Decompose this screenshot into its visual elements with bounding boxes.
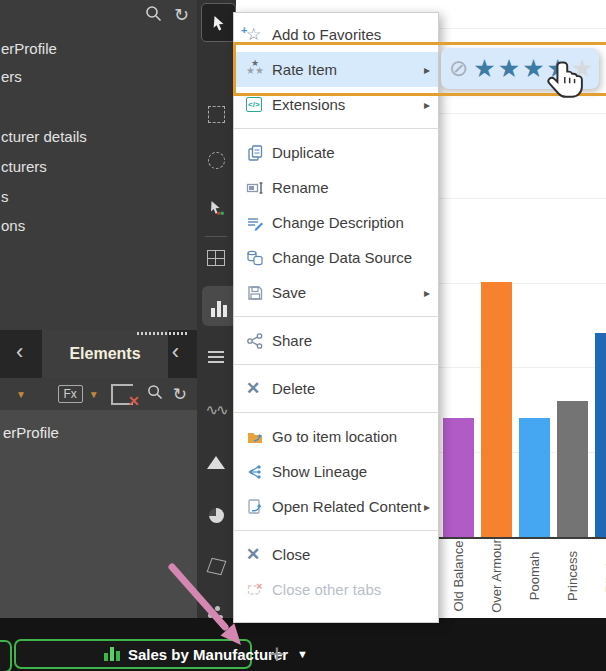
close-icon: ✕ [246,544,272,565]
menu-item-save[interactable]: Save ▸ [234,275,438,310]
drag-handle-icon[interactable] [137,332,189,335]
clear-x-icon: ✕ [128,393,140,409]
menu-item-rate-item[interactable]: ★★★ Rate Item ▸ [234,52,438,87]
menu-item-add-to-favorites[interactable]: ☆+ Add to Favorites [234,17,438,52]
elements-search-icon[interactable] [147,384,163,404]
table-visual-tool[interactable] [206,248,226,268]
sparkline-visual-tool[interactable]: ∿∿ [206,400,226,420]
menu-item-open-related-content[interactable]: Open Related Content ▸ [234,489,438,524]
menu-separator [234,364,438,365]
menu-item-close[interactable]: ✕ Close [234,537,438,572]
menu-item-change-description[interactable]: Change Description [234,205,438,240]
submenu-arrow-icon: ▸ [424,500,430,514]
tab-partial-left[interactable] [0,640,12,671]
bar-chart-visual-tool[interactable] [202,286,236,326]
menu-separator [234,316,438,317]
chart-x-label: Over Armour [489,538,504,614]
close-other-tabs-icon [246,581,272,599]
menu-item-change-data-source[interactable]: Change Data Source [234,240,438,275]
explorer-panel: ↻ erProfileerscturer detailscturerssons … [0,0,198,618]
explorer-item[interactable]: ons [0,217,25,234]
explorer-item[interactable]: s [0,188,9,205]
menu-separator [234,412,438,413]
lineage-icon [246,463,272,481]
rename-icon [246,179,272,197]
extensions-icon: </> [246,97,272,112]
delete-icon: ✕ [246,378,272,399]
explorer-item[interactable]: cturer details [0,128,87,145]
chart-x-label: Old Balance [451,538,466,614]
save-icon [246,284,272,302]
model-visual-tool[interactable] [206,556,226,576]
context-menu: ☆+ Add to Favorites ★★★ Rate Item ▸ </> … [233,12,439,623]
chart-x-label: Princess [565,538,580,614]
rating-star-5[interactable]: ★ [571,56,593,81]
pointer-icon [211,14,227,32]
rating-star-4[interactable]: ★ [547,56,569,81]
tab-sales-by-manufacturer[interactable]: Sales by Manufacturer ▼ [14,639,252,669]
rating-star-2[interactable]: ★ [498,56,520,81]
explorer-item[interactable]: erProfile [0,40,57,57]
explorer-list: erProfileerscturer detailscturerssons [0,0,197,330]
chart-x-label: Poomah [527,538,542,614]
elements-panel: ‹ Elements ‹ ▼ Fx ▼ ✕ ↻ erPr [0,330,197,618]
lasso-select-tool[interactable] [206,150,226,170]
tab-chart-icon [104,647,120,661]
menu-item-close-other-tabs: Close other tabs [234,572,438,607]
fx-caret-icon[interactable]: ▼ [89,389,99,400]
menu-item-delete[interactable]: ✕ Delete [234,371,438,406]
rect-select-tool[interactable] [206,104,226,124]
tab-bar: Sales by Manufacturer ▼ + [0,618,606,671]
add-favorites-icon: ☆+ [246,27,272,43]
chart-bar[interactable] [557,401,588,537]
collapse-left-icon[interactable]: ‹ [16,342,23,362]
app-window: Old BalanceOver ArmourPoomahPrincessRibu… [0,0,606,671]
change-description-icon [246,214,272,232]
duplicate-icon [246,144,272,162]
toolbox-strip: ∿∿ [197,0,236,618]
elements-list: erProfile [0,410,197,618]
chart-bar[interactable] [595,333,606,537]
tab-elements[interactable]: Elements [42,330,168,378]
submenu-arrow-icon: ▸ [424,286,430,300]
elements-header: ‹ Elements ‹ [0,330,197,378]
elements-refresh-icon[interactable]: ↻ [173,384,187,405]
rating-star-1[interactable]: ★ [473,56,495,81]
new-tab-button[interactable]: + [262,642,292,668]
chart-bar[interactable] [481,282,512,537]
menu-item-rename[interactable]: Rename [234,170,438,205]
no-rating-icon[interactable]: ⊘ [449,55,468,82]
filter-caret-icon[interactable]: ▼ [16,389,26,400]
tab-menu-caret-icon[interactable]: ▼ [297,648,308,660]
formula-fx-button[interactable]: Fx [58,385,83,403]
rows-visual-tool[interactable] [206,348,226,368]
folder-location-icon [246,428,272,446]
chart-x-label: Ribuk [603,538,606,614]
menu-item-go-to-item-location[interactable]: Go to item location [234,419,438,454]
explorer-item[interactable]: cturers [0,158,47,175]
pie-visual-tool[interactable] [206,505,226,525]
menu-item-extensions[interactable]: </> Extensions ▸ [234,87,438,122]
menu-separator [234,530,438,531]
smart-select-tool[interactable] [206,198,226,218]
pointer-tool-button[interactable] [201,3,236,42]
share-icon [246,332,272,350]
rating-star-3[interactable]: ★ [522,56,544,81]
chart-bar[interactable] [519,418,550,537]
rate-item-icon: ★★★ [246,61,272,79]
map-visual-tool[interactable] [206,452,226,472]
rating-flyout: ⊘ ★★★★★ [441,48,599,89]
rating-flyout-stars: ★★★★★ [472,56,594,81]
menu-item-duplicate[interactable]: Duplicate [234,135,438,170]
change-data-source-icon [246,249,272,267]
explorer-item[interactable]: ers [0,68,22,85]
related-content-icon [246,498,272,516]
menu-item-share[interactable]: Share [234,323,438,358]
clear-selection-button[interactable]: ✕ [111,384,133,405]
submenu-arrow-icon: ▸ [424,98,430,112]
menu-item-show-lineage[interactable]: Show Lineage [234,454,438,489]
collapse-right-icon[interactable]: ‹ [172,342,179,362]
elements-toolbar: ▼ Fx ▼ ✕ ↻ [0,378,197,410]
chart-bar[interactable] [443,418,474,537]
elements-item[interactable]: erProfile [0,410,197,441]
